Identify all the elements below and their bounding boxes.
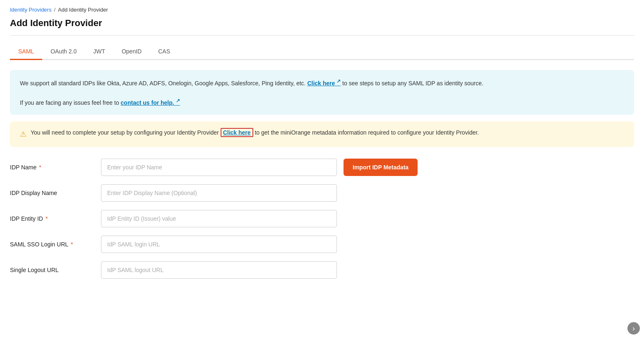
required-star-saml-sso: * xyxy=(71,241,73,248)
click-here-link-1[interactable]: Click here ↗ xyxy=(307,80,341,87)
breadcrumb-current: Add Identity Provider xyxy=(58,7,108,13)
form-row-single-logout-url: Single Logout URL i xyxy=(10,261,634,279)
idp-entity-id-input[interactable] xyxy=(101,210,337,227)
info-blue-line1: We support all standard IDPs like Okta, … xyxy=(20,77,624,88)
breadcrumb-link[interactable]: Identity Providers xyxy=(10,7,51,13)
warning-icon: ⚠ xyxy=(20,128,26,140)
tab-saml[interactable]: SAML xyxy=(10,44,42,60)
tab-oauth2[interactable]: OAuth 2.0 xyxy=(42,44,85,60)
saml-sso-login-url-label: SAML SSO Login URL* xyxy=(10,241,101,248)
info-box-blue: We support all standard IDPs like Okta, … xyxy=(10,70,634,115)
breadcrumb-separator: / xyxy=(54,7,55,13)
idp-name-input[interactable] xyxy=(101,159,337,176)
page-divider xyxy=(10,35,634,36)
saml-sso-login-url-input[interactable] xyxy=(101,236,337,253)
form-row-idp-display-name: IDP Display Name i xyxy=(10,184,634,202)
single-logout-url-input[interactable] xyxy=(101,261,337,279)
tab-openid[interactable]: OpenID xyxy=(113,44,150,60)
idp-display-name-label: IDP Display Name xyxy=(10,190,101,196)
required-star-entity-id: * xyxy=(46,215,48,222)
form-row-saml-sso-login-url: SAML SSO Login URL* i xyxy=(10,236,634,253)
tab-jwt[interactable]: JWT xyxy=(85,44,113,60)
required-star-idp-name: * xyxy=(39,164,41,171)
tabs-container: SAML OAuth 2.0 JWT OpenID CAS xyxy=(10,44,634,60)
form-row-idp-name: IDP Name* i Import IDP Metadata xyxy=(10,159,634,176)
idp-display-name-input[interactable] xyxy=(101,184,337,202)
idp-name-label: IDP Name* xyxy=(10,164,101,171)
idp-entity-id-label: IDP Entity ID* xyxy=(10,215,101,222)
breadcrumb: Identity Providers / Add Identity Provid… xyxy=(10,7,634,13)
contact-us-link[interactable]: contact us for help. ↗ xyxy=(121,99,180,106)
click-here-link-2[interactable]: Click here xyxy=(221,128,253,137)
tab-cas[interactable]: CAS xyxy=(150,44,178,60)
page-title: Add Identity Provider xyxy=(10,18,634,29)
form-row-idp-entity-id: IDP Entity ID* i xyxy=(10,210,634,227)
single-logout-url-label: Single Logout URL xyxy=(10,267,101,273)
form-section: IDP Name* i Import IDP Metadata IDP Disp… xyxy=(10,159,634,287)
import-idp-metadata-button[interactable]: Import IDP Metadata xyxy=(344,159,418,176)
info-blue-line2: If you are facing any issues feel free t… xyxy=(20,97,624,107)
info-box-yellow: ⚠ You will need to complete your setup b… xyxy=(10,121,634,147)
